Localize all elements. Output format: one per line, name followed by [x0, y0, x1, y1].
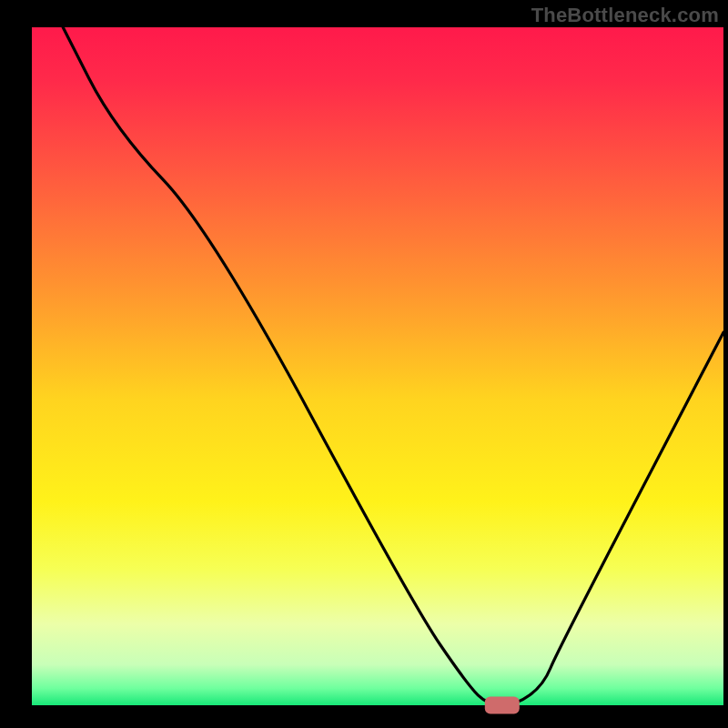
watermark-label: TheBottleneck.com — [531, 4, 719, 27]
optimal-marker — [485, 696, 520, 713]
plot-background — [32, 27, 723, 705]
bottleneck-chart — [0, 0, 728, 728]
chart-frame: TheBottleneck.com — [0, 0, 728, 728]
